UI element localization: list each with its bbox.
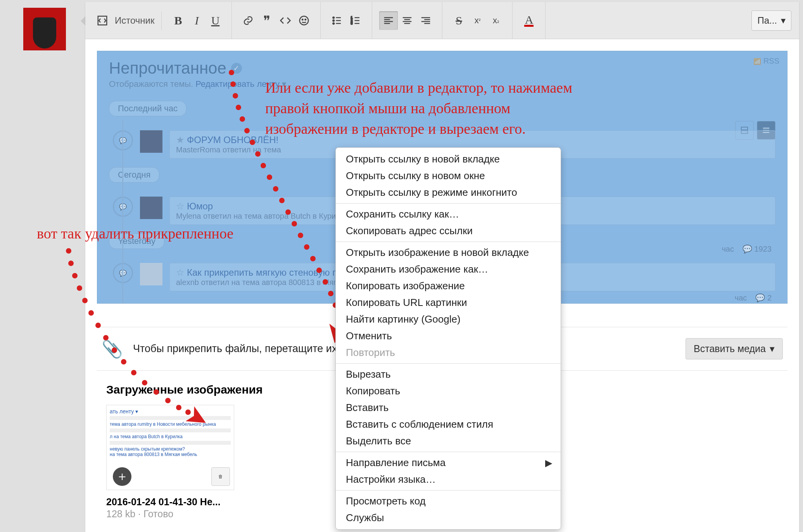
post-stats: час 💬 2 bbox=[735, 293, 772, 302]
page: Источник B I U ❞ 123 bbox=[0, 0, 803, 532]
ctx-search-image[interactable]: Найти картинку (Google) bbox=[336, 311, 561, 328]
ctx-open-incognito[interactable]: Открыть ссылку в режиме инкогнито bbox=[336, 184, 561, 201]
insert-media-button[interactable]: Вставить медиа▾ bbox=[686, 338, 783, 359]
svg-point-4 bbox=[333, 17, 335, 18]
ctx-copy-image-url[interactable]: Копировать URL картинки bbox=[336, 294, 561, 311]
chevron-down-icon: ▾ bbox=[781, 15, 786, 26]
code-button[interactable] bbox=[276, 11, 295, 30]
submenu-icon: ▶ bbox=[545, 458, 552, 468]
align-center-button[interactable] bbox=[398, 11, 416, 30]
editor-toolbar: Источник B I U ❞ 123 bbox=[85, 2, 799, 39]
source-button[interactable]: Источник bbox=[93, 11, 162, 30]
ctx-save-image-as[interactable]: Сохранить изображение как… bbox=[336, 261, 561, 278]
delete-attachment-button[interactable]: 🗑 bbox=[211, 467, 230, 486]
ctx-undo[interactable]: Отменить bbox=[336, 328, 561, 344]
rss-link: 📶 RSS bbox=[753, 57, 779, 66]
link-button[interactable] bbox=[239, 11, 257, 30]
superscript-button[interactable]: x² bbox=[468, 11, 487, 30]
paragraph-format-label: Па... bbox=[757, 15, 777, 26]
source-label: Источник bbox=[115, 15, 154, 26]
forum-title: Непрочитанное ✓ bbox=[109, 59, 775, 78]
svg-point-1 bbox=[300, 16, 309, 25]
svg-point-3 bbox=[305, 19, 306, 20]
ctx-open-new-tab[interactable]: Открыть ссылку в новой вкладке bbox=[336, 151, 561, 168]
svg-point-6 bbox=[333, 22, 335, 24]
ctx-services[interactable]: Службы bbox=[336, 510, 561, 526]
quote-button[interactable]: ❞ bbox=[257, 11, 276, 30]
time-badge-today: Сегодня bbox=[109, 167, 159, 183]
context-menu: Открыть ссылку в новой вкладке Открыть с… bbox=[335, 147, 561, 530]
attachment-meta: 128 kb · Готово bbox=[106, 508, 234, 520]
attachment-thumbnail[interactable]: ать ленту ▾ тема автора rumitry в Новост… bbox=[106, 405, 234, 520]
comment-icon: 💬 2 bbox=[755, 293, 772, 302]
align-right-button[interactable] bbox=[416, 11, 435, 30]
ctx-view-source[interactable]: Просмотреть код bbox=[336, 493, 561, 510]
svg-point-2 bbox=[302, 19, 303, 20]
ctx-open-new-window[interactable]: Открыть ссылку в новом окне bbox=[336, 168, 561, 184]
subscript-button[interactable]: x₂ bbox=[487, 11, 505, 30]
trash-icon: 🗑 bbox=[218, 474, 223, 479]
italic-button[interactable]: I bbox=[187, 11, 206, 30]
ctx-copy-image[interactable]: Копировать изображение bbox=[336, 278, 561, 294]
time-badge-last-hour: Последний час bbox=[109, 101, 187, 116]
bold-button[interactable]: B bbox=[169, 11, 187, 30]
avatar-figure bbox=[33, 17, 56, 48]
chevron-down-icon: ▾ bbox=[770, 343, 775, 354]
align-left-button[interactable] bbox=[379, 11, 398, 30]
attachment-filename: 2016-01-24 01-41-30 Не... bbox=[106, 496, 234, 508]
ctx-paste-style[interactable]: Вставить с соблюдением стиля bbox=[336, 416, 561, 433]
ctx-language-settings[interactable]: Настройки языка… bbox=[336, 471, 561, 488]
post-avatar bbox=[140, 197, 162, 219]
post-stats: час 💬 1923 bbox=[722, 244, 772, 254]
svg-point-5 bbox=[333, 20, 335, 21]
text-color-button[interactable]: A bbox=[520, 11, 538, 30]
ctx-paste[interactable]: Вставить bbox=[336, 399, 561, 416]
post-avatar bbox=[140, 263, 162, 285]
ctx-copy-link[interactable]: Скопировать адрес ссылки bbox=[336, 223, 561, 239]
ctx-copy[interactable]: Копировать bbox=[336, 383, 561, 399]
underline-button[interactable]: U bbox=[206, 11, 224, 30]
post-avatar bbox=[140, 130, 162, 153]
avatar[interactable] bbox=[23, 8, 66, 50]
ctx-redo: Повторить bbox=[336, 344, 561, 361]
ctx-save-link-as[interactable]: Сохранить ссылку как… bbox=[336, 206, 561, 223]
numbered-list-button[interactable]: 123 bbox=[346, 11, 365, 30]
ctx-writing-direction[interactable]: Направление письма▶ bbox=[336, 454, 561, 471]
arrowhead-icon: ➤ bbox=[188, 411, 207, 423]
dropzone-text: Чтобы прикрепить файлы, перетащите их сю… bbox=[133, 343, 365, 355]
comment-icon: 💬 1923 bbox=[743, 244, 772, 254]
ctx-open-image[interactable]: Открыть изображение в новой вкладке bbox=[336, 244, 561, 261]
emoji-button[interactable] bbox=[295, 11, 313, 30]
paragraph-format-dropdown[interactable]: Па... ▾ bbox=[751, 10, 791, 31]
strike-button[interactable]: S bbox=[449, 11, 468, 30]
bullet-list-button[interactable] bbox=[328, 11, 346, 30]
svg-text:3: 3 bbox=[351, 21, 353, 25]
ctx-select-all[interactable]: Выделить все bbox=[336, 433, 561, 449]
ctx-cut[interactable]: Вырезать bbox=[336, 366, 561, 383]
insert-attachment-button[interactable]: ＋ bbox=[113, 467, 131, 486]
source-icon bbox=[93, 11, 112, 30]
